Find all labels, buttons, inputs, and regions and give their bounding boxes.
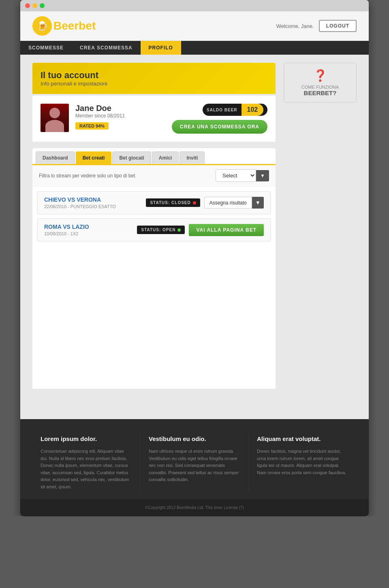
- footer-title-1: Lorem ipsum dolor.: [41, 435, 132, 442]
- footer-col-3: Aliquam erat voluptat. Donec facilisis, …: [249, 435, 357, 491]
- right-column: ❓ COME FUNZIONA BEERBET?: [284, 63, 357, 411]
- logo-text: Beerbet: [53, 19, 96, 32]
- member-since: Member since 08/2011: [75, 113, 165, 119]
- come-funziona-label: COME FUNZIONA: [290, 85, 351, 89]
- vai-pagina-bet-button[interactable]: VAI ALLA PAGINA BET: [189, 224, 264, 236]
- site-header: 🍺 Beerbet Welcome, Jane. LOGOUT: [20, 11, 369, 41]
- bet-meta-2: 10/08/2010 - 1X2: [44, 231, 89, 236]
- saldo-bar: SALDO BEER 102: [203, 104, 267, 116]
- nav-item-crea[interactable]: CREA SCOMMESSA: [72, 41, 141, 55]
- nav-item-scommesse[interactable]: SCOMMESSE: [20, 41, 72, 55]
- window-chrome: [20, 0, 369, 11]
- profile-card: Jane Doe Member since 08/2011 RATED 94% …: [32, 96, 276, 142]
- avatar-image: [41, 104, 69, 132]
- status-dot-closed: [193, 201, 196, 205]
- welcome-text: Welcome, Jane.: [276, 23, 314, 29]
- crea-scommessa-button[interactable]: CREA UNA SCOMMESSA ORA: [172, 120, 267, 134]
- bet-item: CHIEVO VS VERONA 22/06/2010 - PUNTEGGIO …: [37, 191, 271, 214]
- profile-name: Jane Doe: [75, 104, 165, 113]
- header-right: Welcome, Jane. LOGOUT: [276, 20, 357, 32]
- status-badge-1: STATUS: CLOSED: [146, 198, 200, 207]
- saldo-label: SALDO BEER: [203, 105, 242, 115]
- bet-item: ROMA VS LAZIO 10/08/2010 - 1X2 STATUS: O…: [37, 218, 271, 241]
- account-subtitle: Info personali e impostazioni: [41, 81, 267, 87]
- tab-bet-creati[interactable]: Bet creati: [76, 151, 112, 164]
- footer-col-2: Vestibulum eu odio. Nam ultrices neque u…: [141, 435, 249, 491]
- status-dot-open: [177, 228, 181, 232]
- filter-row: Filtra lo stream per vedere solo un tipo…: [32, 165, 276, 186]
- bet-meta-1: 22/06/2010 - PUNTEGGIO ESATTO: [44, 204, 116, 209]
- profile-right: SALDO BEER 102 CREA UNA SCOMMESSA ORA: [172, 104, 267, 134]
- left-column: Il tuo account Info personali e impostaz…: [32, 63, 276, 411]
- bet-title-2[interactable]: ROMA VS LAZIO: [44, 224, 89, 230]
- come-funziona-box[interactable]: ❓ COME FUNZIONA BEERBET?: [284, 63, 357, 102]
- nav-item-profilo[interactable]: PROFILO: [141, 41, 181, 55]
- tab-inviti[interactable]: Inviti: [180, 151, 205, 164]
- site-footer: Lorem ipsum dolor. Consectetuer adipisci…: [20, 419, 369, 499]
- main-content: Il tuo account Info personali e impostaz…: [20, 55, 369, 419]
- site-nav: SCOMMESSE CREA SCOMMESSA PROFILO: [20, 41, 369, 55]
- bet-right-2: STATUS: OPEN VAI ALLA PAGINA BET: [137, 224, 264, 236]
- tab-amici[interactable]: Amici: [152, 151, 179, 164]
- come-funziona-title: BEERBET?: [290, 89, 351, 96]
- filter-select[interactable]: Select: [216, 169, 256, 182]
- bet-right-1: STATUS: CLOSED Assegna risultato ▼: [146, 197, 264, 209]
- window-maximize-btn[interactable]: [40, 3, 45, 8]
- assegna-wrap: Assegna risultato ▼: [204, 197, 264, 209]
- account-header: Il tuo account Info personali e impostaz…: [32, 63, 276, 94]
- profile-info: Jane Doe Member since 08/2011 RATED 94%: [75, 104, 165, 130]
- footer-columns: Lorem ipsum dolor. Consectetuer adipisci…: [32, 435, 357, 491]
- copyright-text: ©Copyright 2012 BeerMedia Ltd. This time…: [145, 505, 244, 510]
- tab-dashboard[interactable]: Dashboard: [36, 151, 75, 164]
- filter-dropdown-button[interactable]: ▼: [256, 170, 269, 181]
- assegna-dropdown-button[interactable]: ▼: [252, 197, 264, 209]
- footer-title-2: Vestibulum eu odio.: [149, 435, 240, 442]
- account-title: Il tuo account: [41, 70, 267, 81]
- window-minimize-btn[interactable]: [32, 3, 37, 8]
- tab-bet-giocati[interactable]: Bet giocati: [112, 151, 151, 164]
- footer-col-1: Lorem ipsum dolor. Consectetuer adipisci…: [32, 435, 141, 491]
- bet-list: CHIEVO VS VERONA 22/06/2010 - PUNTEGGIO …: [32, 186, 276, 389]
- avatar: [41, 104, 69, 132]
- bet-info-2: ROMA VS LAZIO 10/08/2010 - 1X2: [44, 224, 89, 236]
- filter-select-wrap: Select ▼: [216, 169, 269, 182]
- footer-text-2: Nam ultrices neque ut enim rutrum gravid…: [149, 448, 240, 484]
- assegna-risultato-button[interactable]: Assegna risultato: [204, 197, 252, 209]
- window-close-btn[interactable]: [25, 3, 30, 8]
- footer-text-1: Consectetuer adipiscing elit. Aliquam vi…: [41, 448, 132, 491]
- status-badge-2: STATUS: OPEN: [137, 226, 185, 234]
- logo[interactable]: 🍺 Beerbet: [32, 16, 96, 36]
- footer-bottom: ©Copyright 2012 BeerMedia Ltd. This time…: [20, 499, 369, 516]
- footer-title-3: Aliquam erat voluptat.: [257, 435, 348, 442]
- bet-info-1: CHIEVO VS VERONA 22/06/2010 - PUNTEGGIO …: [44, 196, 116, 209]
- bet-title-1[interactable]: CHIEVO VS VERONA: [44, 196, 116, 203]
- saldo-value: 102: [242, 104, 264, 116]
- rated-badge: RATED 94%: [75, 122, 109, 130]
- question-icon: ❓: [290, 69, 351, 82]
- footer-text-3: Donec facilisis, magna vel tincidunt auc…: [257, 448, 348, 476]
- filter-label: Filtra lo stream per vedere solo un tipo…: [39, 173, 135, 179]
- logout-button[interactable]: LOGOUT: [319, 20, 357, 32]
- tabs-container: Dashboard Bet creati Bet giocati Amici I…: [32, 148, 276, 165]
- logo-icon: 🍺: [32, 16, 52, 36]
